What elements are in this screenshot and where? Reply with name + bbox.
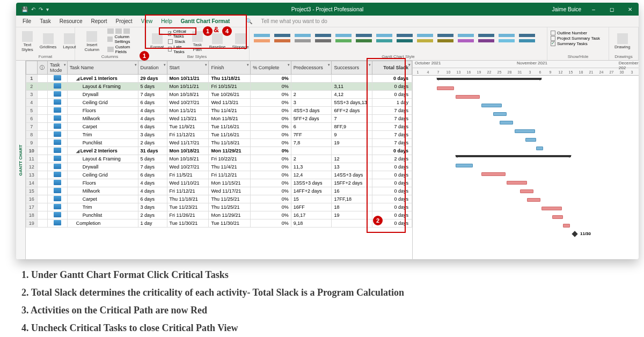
gantt-bar[interactable]	[456, 164, 473, 167]
style-swatch[interactable]	[274, 31, 290, 46]
task-grid[interactable]: ⓘ Task Mode▾ Task Name▾ Duration▾ Start▾…	[26, 61, 412, 259]
outline-number-checkbox[interactable]: Outline Number	[551, 31, 605, 35]
summary-tasks-checkbox[interactable]: Summary Tasks	[551, 41, 605, 46]
table-row[interactable]: 10◢Level 2 Interiors31 daysMon 10/18/21M…	[26, 147, 412, 155]
gantt-bar[interactable]	[520, 189, 533, 193]
gantt-bar[interactable]	[456, 155, 571, 157]
style-swatch[interactable]	[295, 31, 311, 46]
style-swatch[interactable]	[499, 31, 515, 46]
user-name[interactable]: Jaime Buice	[552, 6, 581, 12]
search-icon[interactable]: 🔍	[246, 18, 252, 24]
auto-schedule-icon	[54, 140, 61, 145]
tell-me-input[interactable]: Tell me what you want to do	[261, 18, 327, 24]
save-icon[interactable]: 💾	[21, 6, 28, 12]
undo-icon[interactable]: ↶	[31, 6, 35, 12]
redo-icon[interactable]: ↷	[39, 6, 43, 12]
table-row[interactable]: 13Ceiling Grid6 daysFri 11/5/21Fri 11/12…	[26, 171, 412, 179]
column-align-row[interactable]	[107, 28, 141, 34]
table-row[interactable]: 8Trim3 daysFri 11/12/21Tue 11/16/210%7FF…	[26, 131, 412, 139]
format-group-label: Format	[19, 54, 71, 59]
gantt-bar[interactable]	[500, 121, 513, 124]
gantt-bar[interactable]	[536, 146, 543, 150]
table-row[interactable]: 6Millwork4 daysWed 11/3/21Mon 11/8/210%5…	[26, 115, 412, 123]
table-row[interactable]: 19Completion1 dayTue 11/30/21Tue 11/30/2…	[26, 219, 412, 228]
tab-file[interactable]: File	[23, 18, 31, 24]
tab-help[interactable]: Help	[161, 18, 172, 24]
gantt-bar[interactable]	[527, 198, 540, 202]
auto-schedule-icon	[54, 148, 61, 153]
style-swatch[interactable]	[437, 31, 453, 46]
gantt-bar[interactable]	[515, 129, 535, 133]
auto-schedule-icon	[54, 131, 61, 137]
format-button[interactable]: Format	[148, 28, 166, 54]
tab-task[interactable]: Task	[40, 18, 51, 24]
slack-checkbox[interactable]: Slack	[168, 39, 187, 44]
gantt-chart[interactable]: October 2021 November 2021 December 202 …	[412, 61, 639, 259]
table-row[interactable]: 15Millwork4 daysFri 11/12/21Wed 11/17/21…	[26, 187, 412, 195]
critical-tasks-checkbox[interactable]: Critical Tasks	[168, 29, 187, 39]
tab-gantt-format[interactable]: Gantt Chart Format	[181, 18, 230, 24]
table-row[interactable]: 9Punchlist2 daysWed 11/17/21Thu 11/18/21…	[26, 139, 412, 147]
gantt-style-gallery[interactable]	[253, 28, 544, 54]
gantt-bar[interactable]	[563, 224, 570, 228]
tab-view[interactable]: View	[141, 18, 153, 24]
style-swatch[interactable]	[478, 31, 494, 46]
tab-resource[interactable]: Resource	[60, 18, 83, 24]
auto-schedule-icon	[54, 99, 61, 105]
gantt-bar[interactable]	[437, 86, 454, 90]
col-task-mode: Task Mode▾	[47, 61, 67, 75]
style-swatch[interactable]	[519, 31, 535, 46]
slippage-button[interactable]: Slippage	[230, 28, 251, 54]
tab-report[interactable]: Report	[91, 18, 107, 24]
column-settings-button[interactable]: Column Settings	[107, 34, 141, 44]
style-swatch[interactable]	[458, 31, 474, 46]
table-row[interactable]: 1◢Level 1 Interiors29 daysMon 10/11/21Th…	[26, 75, 412, 83]
ribbon-tabs: File Task Resource Report Project View H…	[16, 16, 639, 27]
late-tasks-checkbox[interactable]: Late Tasks	[168, 45, 187, 54]
close-button[interactable]: ✕	[624, 6, 636, 12]
gantt-bar[interactable]	[552, 215, 563, 219]
style-swatch[interactable]	[315, 31, 331, 46]
gridlines-button[interactable]: Gridlines	[38, 28, 59, 54]
auto-schedule-icon	[54, 164, 61, 169]
minimize-button[interactable]: –	[588, 6, 599, 12]
gantt-bar[interactable]	[456, 95, 480, 99]
table-row[interactable]: 3Drywall7 daysMon 10/18/21Tue 10/26/210%…	[26, 91, 412, 99]
drawing-button[interactable]: Drawing	[612, 28, 632, 54]
style-swatch[interactable]	[356, 31, 372, 46]
style-swatch[interactable]	[254, 31, 270, 46]
table-row[interactable]: 12Drywall7 daysWed 10/27/21Thu 11/4/210%…	[26, 163, 412, 171]
insert-column-button[interactable]: Insert Column	[78, 28, 105, 54]
table-row[interactable]: 4Ceiling Grid6 daysWed 10/27/21Wed 11/3/…	[26, 99, 412, 107]
table-row[interactable]: 16Carpet6 daysThu 11/18/21Thu 11/25/210%…	[26, 195, 412, 203]
table-row[interactable]: 7Carpet6 daysTue 11/9/21Tue 11/16/210%68…	[26, 123, 412, 131]
project-summary-checkbox[interactable]: Project Summary Task	[551, 36, 605, 41]
style-swatch[interactable]	[335, 31, 352, 46]
table-row[interactable]: 17Trim3 daysTue 11/23/21Thu 11/25/210%16…	[26, 203, 412, 211]
col-duration: Duration▾	[138, 61, 167, 75]
style-swatch[interactable]	[397, 31, 413, 46]
col-predecessors: Predecessors▾	[291, 61, 332, 75]
gantt-bar[interactable]	[481, 104, 502, 107]
style-swatch[interactable]	[376, 31, 392, 46]
table-row[interactable]: 14Floors4 daysWed 11/10/21Mon 11/15/210%…	[26, 179, 412, 187]
gantt-bar[interactable]	[437, 78, 541, 80]
callout-2: 2	[373, 216, 383, 225]
tab-project[interactable]: Project	[116, 18, 133, 24]
gantt-bar[interactable]	[481, 172, 506, 176]
table-row[interactable]: 18Punchlist2 daysFri 11/26/21Mon 11/29/2…	[26, 211, 412, 219]
text-styles-button[interactable]: Text Styles	[19, 28, 35, 54]
qat-more-icon[interactable]: ▾	[46, 6, 49, 12]
gantt-bar[interactable]	[493, 112, 507, 116]
table-row[interactable]: 11Layout & Framing5 daysMon 10/18/21Fri …	[26, 155, 412, 163]
view-sidebar[interactable]: GANTT CHART	[16, 61, 26, 259]
table-row[interactable]: 5Floors4 daysMon 11/1/21Thu 11/4/210%4SS…	[26, 107, 412, 115]
gantt-bar[interactable]	[507, 181, 527, 185]
gantt-bar[interactable]	[525, 138, 536, 142]
custom-fields-button[interactable]: Custom Fields	[107, 45, 141, 54]
gantt-bar[interactable]	[541, 207, 562, 210]
column-settings-icon	[107, 36, 113, 42]
style-swatch[interactable]	[417, 31, 433, 46]
restore-button[interactable]: ◻	[606, 6, 618, 12]
table-row[interactable]: 2Layout & Framing5 daysMon 10/11/21Fri 1…	[26, 83, 412, 91]
